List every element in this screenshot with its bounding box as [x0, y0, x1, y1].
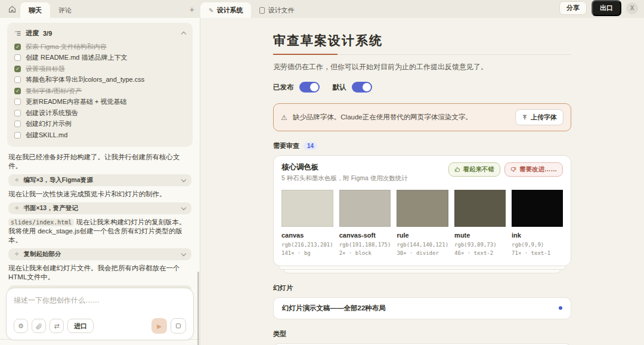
checkbox-checked-icon[interactable]: ✓: [14, 88, 21, 94]
swatch-rule[interactable]: rule rgb(144,140,121)30× · divider: [397, 190, 448, 258]
approve-button[interactable]: 看起来不错: [448, 162, 501, 177]
home-button[interactable]: [5, 2, 19, 16]
progress-item[interactable]: 更新README内容基础 + 视觉基础: [14, 97, 185, 108]
checkbox-unchecked-icon[interactable]: [14, 98, 21, 105]
tool-call-row[interactable]: ✧复制起始部分: [8, 248, 191, 260]
progress-item[interactable]: 创建设计系统预告: [14, 107, 185, 119]
review-card-deck: 核心调色板 5 种石头和墨水色板，附 Figma 使用次数统计 看起来不错 需要…: [273, 155, 571, 273]
new-tab-button[interactable]: +: [190, 5, 194, 14]
progress-item[interactable]: ✓探索 Figma 文件结构和内容: [14, 41, 185, 53]
tab-comments[interactable]: 评论: [50, 2, 80, 18]
gear-icon: ⚙: [18, 322, 24, 330]
improve-label: 需要改进……: [519, 165, 557, 174]
checkbox-unchecked-icon[interactable]: [14, 110, 21, 116]
paperclip-icon: [36, 323, 42, 329]
sidebar-scrollbar[interactable]: [197, 272, 199, 345]
share-button[interactable]: 分享: [559, 1, 587, 15]
import-button[interactable]: 进口: [67, 319, 94, 333]
progress-item[interactable]: 创建SKILL.md: [14, 130, 185, 141]
tool-call-label: 编写×3，导入Figma资源: [23, 176, 92, 184]
upload-font-label: 上传字体: [531, 113, 557, 122]
tool-call-label: 复制起始部分: [23, 250, 61, 258]
attach-button[interactable]: [32, 319, 46, 333]
stop-button[interactable]: [171, 318, 186, 334]
chevron-down-icon: [181, 177, 186, 181]
swatch-canvas[interactable]: canvas rgb(216,213,201)141× · bg: [281, 190, 333, 258]
progress-item-label: 创建SKILL.md: [26, 131, 67, 140]
swatch-canvas-soft[interactable]: canvas-soft rgb(191,188,175)2× · block: [339, 190, 391, 258]
toggle-default-label: 默认: [333, 83, 346, 92]
checkbox-unchecked-icon[interactable]: [14, 132, 21, 138]
list-item-label: 幻灯片演示文稿——全部22种布局: [282, 304, 386, 313]
progress-item-label: 探索 Figma 文件结构和内容: [26, 42, 107, 51]
upload-font-button[interactable]: 上传字体: [515, 109, 564, 125]
tab-design-system[interactable]: ✎ 设计系统: [200, 2, 251, 18]
checkbox-checked-icon[interactable]: ✓: [14, 66, 21, 72]
swatch-meta: rgb(144,140,121)30× · divider: [397, 241, 448, 258]
palette-card: 核心调色板 5 种石头和墨水色板，附 Figma 使用次数统计 看起来不错 需要…: [273, 155, 571, 266]
progress-item[interactable]: ✓复制字体/图标/资产: [14, 85, 185, 97]
swatch-name: canvas: [281, 232, 333, 239]
progress-item[interactable]: 将颜色和字体导出到colors_and_type.css: [14, 75, 185, 86]
review-header: 需要审查 14: [273, 141, 571, 150]
checkbox-checked-icon[interactable]: ✓: [14, 44, 21, 50]
list-item-slides-deck[interactable]: 幻灯片演示文稿——全部22种布局: [274, 299, 571, 318]
tool-call-row[interactable]: ✧编写×3，导入Figma资源: [8, 174, 191, 186]
avatar[interactable]: X: [626, 2, 638, 14]
swatch-meta: rgb(216,213,201)141× · bg: [281, 241, 333, 258]
composer: ⚙ ⇄ 进口 ▶: [6, 288, 194, 340]
progress-item-label: 复制字体/图标/资产: [26, 87, 82, 96]
warning-icon: ⚠: [281, 113, 287, 122]
progress-item-label: 将颜色和字体导出到colors_and_type.css: [26, 75, 144, 84]
progress-item-label: 创建幻灯片示例: [26, 119, 72, 128]
stop-icon: [176, 324, 181, 328]
swatch-mute[interactable]: mute rgb(93,89,73)46× · text-2: [454, 190, 506, 258]
progress-panel: 进度 3/9 ✓探索 Figma 文件结构和内容 创建 README.md 描述…: [7, 23, 193, 147]
checklist-icon: [14, 30, 21, 37]
swatch-row: canvas rgb(216,213,201)141× · bg canvas-…: [281, 190, 563, 258]
toggle-row: 已发布 默认: [273, 82, 571, 93]
toggle-published-switch[interactable]: [299, 82, 320, 93]
swatch-color-canvas: [281, 190, 333, 227]
inline-code-chip: slides/index.html: [8, 218, 74, 226]
toggle-default-switch[interactable]: [352, 82, 372, 93]
settings-button[interactable]: ⚙: [14, 319, 28, 333]
progress-item[interactable]: 创建幻灯片示例: [14, 119, 185, 130]
tab-comments-label: 评论: [58, 6, 72, 15]
card-stack-edge: [278, 266, 566, 270]
improve-button[interactable]: 需要改进……: [504, 162, 563, 177]
tool-call-row[interactable]: ✧书面×13，资产登记: [8, 202, 191, 214]
file-icon: [259, 7, 265, 14]
thumbs-down-icon: [510, 167, 516, 172]
send-button[interactable]: ▶: [151, 318, 167, 334]
export-button[interactable]: 出口: [592, 0, 621, 16]
tab-design-file[interactable]: 设计文件: [251, 2, 302, 18]
tab-chat[interactable]: 聊天: [20, 2, 50, 18]
progress-item[interactable]: 创建 README.md 描述品牌上下文: [14, 53, 185, 64]
upload-icon: [522, 115, 528, 121]
progress-header[interactable]: 进度 3/9: [14, 27, 185, 41]
section-label-type: 类型: [273, 329, 571, 338]
card-stack-edge: [284, 270, 561, 273]
swatch-ink[interactable]: ink rgb(9,9,9)71× · text-1: [512, 190, 563, 258]
swatch-name: ink: [512, 232, 563, 239]
chat-input[interactable]: [14, 295, 186, 313]
chevron-up-icon[interactable]: [181, 32, 186, 36]
main-tabstrip: ✎ 设计系统 设计文件 分享 出口 X: [200, 0, 644, 18]
progress-item-label: 更新README内容基础 + 视觉基础: [26, 97, 127, 106]
send-icon: ▶: [157, 323, 162, 329]
progress-item[interactable]: ✓设置项目标题: [14, 63, 185, 75]
swatch-color-rule: [397, 190, 448, 227]
topbar: 聊天 评论 + ✎ 设计系统 设计文件 分享 出口 X: [0, 0, 644, 18]
sidebar-tabstrip: 聊天 评论 +: [0, 2, 200, 18]
checkbox-unchecked-icon[interactable]: [14, 54, 21, 61]
swap-button[interactable]: ⇄: [49, 319, 64, 333]
chat-sidebar: 进度 3/9 ✓探索 Figma 文件结构和内容 创建 README.md 描述…: [0, 18, 200, 345]
swatch-meta: rgb(93,89,73)46× · text-2: [454, 241, 506, 258]
plus-icon: +: [190, 5, 194, 14]
tab-design-file-label: 设计文件: [268, 6, 294, 15]
swatch-color-ink: [512, 190, 563, 227]
checkbox-unchecked-icon[interactable]: [14, 76, 21, 83]
status-dot-icon: [559, 306, 562, 310]
checkbox-unchecked-icon[interactable]: [14, 121, 21, 127]
